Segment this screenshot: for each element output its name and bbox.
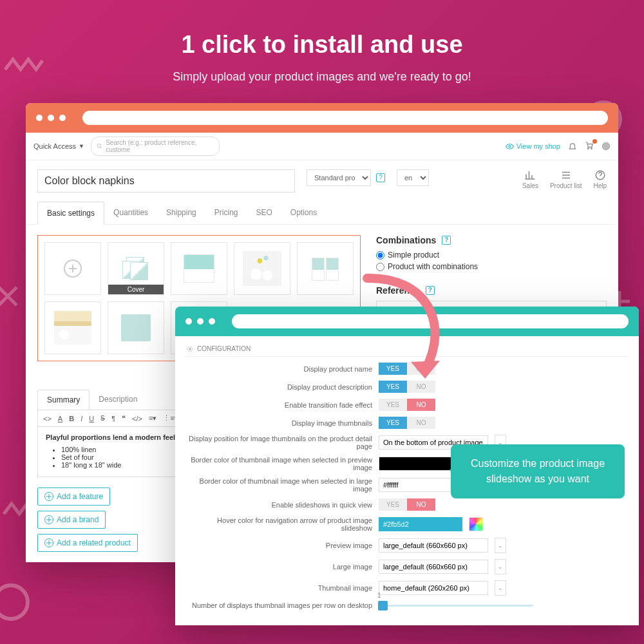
svg-point-8 <box>189 348 191 350</box>
chevron-down-icon[interactable]: ⌄ <box>495 559 506 574</box>
label: Hover color for navigation arrow of prod… <box>185 516 372 532</box>
tab-pricing[interactable]: Pricing <box>205 202 247 224</box>
tab-description[interactable]: Description <box>90 390 146 410</box>
add-image-button[interactable] <box>44 242 101 295</box>
url-bar[interactable] <box>82 111 608 125</box>
label: Display position for image thumbnails on… <box>185 435 372 450</box>
product-name-input[interactable]: Color block napkins <box>37 169 295 193</box>
view-shop-link[interactable]: View my shop <box>506 142 560 151</box>
size-select[interactable] <box>379 538 488 553</box>
label: Border color of thumbnail image when sel… <box>185 456 372 471</box>
config-heading: CONFIGURATION <box>185 341 629 357</box>
label: Preview image <box>185 542 372 549</box>
label: Thumbnail image <box>185 584 372 592</box>
list-icon <box>560 169 572 181</box>
tabs: Basic settings Quantities Shipping Prici… <box>26 202 618 225</box>
image-thumb[interactable] <box>297 242 354 295</box>
tooltip: Customize the product image slideshow as… <box>451 444 625 498</box>
label: Enable slideshows in quick view <box>185 501 372 509</box>
help-icon <box>594 169 606 181</box>
combinations-heading: Combinations? <box>376 235 607 245</box>
cart-icon[interactable] <box>585 141 594 150</box>
toggle[interactable]: YESNO <box>379 363 435 375</box>
toggle[interactable]: YESNO <box>379 399 435 411</box>
reference-heading: Reference? <box>376 285 607 296</box>
add-brand-button[interactable]: Add a brand <box>37 511 106 529</box>
lang-select[interactable]: en <box>397 169 429 186</box>
plus-icon <box>44 492 53 501</box>
toggle[interactable]: YESNO <box>379 498 435 511</box>
sales-link[interactable]: Sales <box>522 169 538 189</box>
hero-title: 1 click to install and use <box>26 31 618 59</box>
svg-point-5 <box>591 148 592 149</box>
help-link[interactable]: Help <box>593 169 607 189</box>
tab-summary[interactable]: Summary <box>37 390 90 410</box>
svg-point-3 <box>509 145 511 147</box>
radio-combinations[interactable]: Product with combinations <box>376 262 607 271</box>
toggle[interactable]: YESNO <box>379 417 435 429</box>
svg-point-6 <box>602 142 610 150</box>
titlebar <box>26 103 618 133</box>
search-icon <box>97 143 102 149</box>
win-dot[interactable] <box>36 115 43 121</box>
help-icon[interactable]: ? <box>442 236 451 245</box>
color-input[interactable] <box>379 478 462 492</box>
user-icon[interactable] <box>601 142 611 151</box>
radio-simple[interactable]: Simple product <box>376 251 607 260</box>
label: Number of displays thumbnail images per … <box>185 601 372 609</box>
size-select[interactable] <box>379 560 488 574</box>
label: Display product description <box>185 383 372 391</box>
tab-basic[interactable]: Basic settings <box>37 202 104 225</box>
image-thumb[interactable] <box>108 301 164 354</box>
help-icon[interactable]: ? <box>376 173 385 182</box>
add-related-button[interactable]: Add a related product <box>37 534 138 552</box>
label: Display image thumbnails <box>185 419 372 427</box>
product-list-link[interactable]: Product list <box>550 169 582 189</box>
titlebar <box>175 307 639 336</box>
color-input[interactable] <box>379 517 462 531</box>
label: Enable transition fade effect <box>185 401 372 409</box>
tab-options[interactable]: Options <box>281 202 326 224</box>
win-dot[interactable] <box>59 115 66 121</box>
plus-icon <box>44 538 53 547</box>
win-dot[interactable] <box>197 318 204 325</box>
cover-badge: Cover <box>108 285 164 294</box>
toggle[interactable]: YESNO <box>379 381 435 393</box>
chevron-down-icon[interactable]: ⌄ <box>495 580 506 596</box>
gear-icon <box>187 346 193 352</box>
plus-icon <box>44 515 53 524</box>
chevron-down-icon[interactable]: ⌄ <box>495 538 506 553</box>
add-feature-button[interactable]: Add a feature <box>37 488 110 506</box>
win-dot[interactable] <box>185 318 192 325</box>
image-thumb[interactable]: Cover <box>108 242 164 295</box>
svg-point-4 <box>587 148 589 149</box>
image-thumb[interactable] <box>234 242 290 295</box>
image-thumb[interactable] <box>171 242 227 295</box>
svg-point-2 <box>97 144 100 147</box>
hero-subtitle: Simply upload your product images and we… <box>26 70 618 84</box>
tab-quantities[interactable]: Quantities <box>104 202 157 224</box>
help-icon[interactable]: ? <box>426 286 435 295</box>
label: Display product name <box>185 365 372 373</box>
product-type-select[interactable]: Standard produ <box>307 169 371 186</box>
quick-access-menu[interactable]: Quick Access▼ <box>33 142 84 150</box>
svg-point-1 <box>0 585 28 619</box>
label: Border color of thumbnail image when sel… <box>185 477 372 493</box>
tab-shipping[interactable]: Shipping <box>157 202 205 224</box>
win-dot[interactable] <box>48 115 54 121</box>
url-bar[interactable] <box>232 314 629 328</box>
size-select[interactable] <box>379 581 488 595</box>
eye-icon <box>506 142 514 151</box>
label: Large image <box>185 563 372 571</box>
bell-icon[interactable] <box>568 142 577 151</box>
tab-seo[interactable]: SEO <box>247 202 281 224</box>
chart-icon <box>524 169 536 181</box>
win-dot[interactable] <box>209 318 215 325</box>
colorpicker-button[interactable] <box>469 517 483 531</box>
slider[interactable]: 1 <box>379 605 533 607</box>
search-input[interactable]: Search (e.g.: product reference, custome <box>91 137 220 156</box>
image-thumb[interactable] <box>44 301 101 354</box>
